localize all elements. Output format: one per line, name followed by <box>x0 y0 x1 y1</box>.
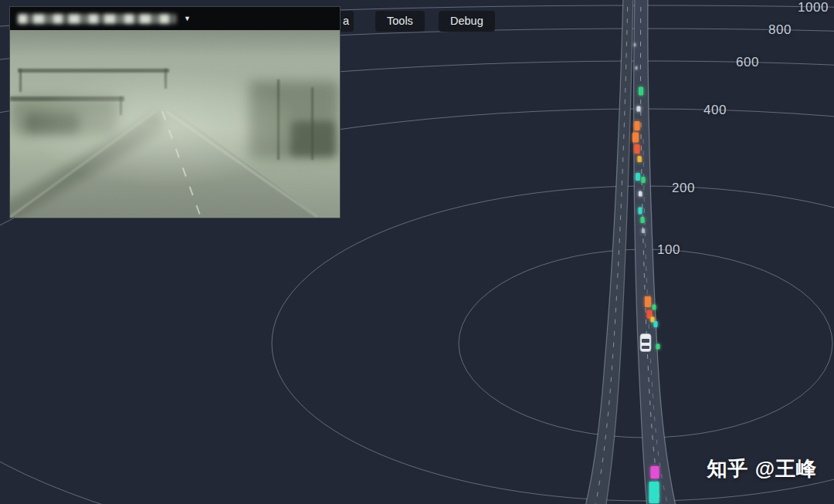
detected-object <box>642 177 646 183</box>
detected-object <box>635 121 640 130</box>
detected-object <box>654 321 658 327</box>
detected-object <box>639 191 642 197</box>
detected-object <box>636 173 640 181</box>
range-ring <box>272 186 834 501</box>
detected-object <box>649 482 659 503</box>
av-visualization-app: 1002004006008001000 a Tools Debug ▼ <box>0 0 834 504</box>
detected-object <box>639 208 642 215</box>
detected-object <box>634 43 636 47</box>
detected-object <box>641 217 645 223</box>
detected-object <box>645 296 651 307</box>
camera-title-redacted <box>18 14 176 24</box>
detected-object <box>651 317 655 323</box>
camera-panel: ▼ <box>9 6 341 218</box>
tab-debug[interactable]: Debug <box>439 11 495 32</box>
detected-object <box>651 466 659 479</box>
camera-feed-image <box>10 30 340 218</box>
tab-tools[interactable]: Tools <box>375 11 425 32</box>
detected-object <box>635 144 640 154</box>
detected-object <box>636 66 638 70</box>
detected-object <box>642 228 645 233</box>
ego-windshield <box>642 339 649 343</box>
detected-object <box>638 156 642 162</box>
detected-object <box>639 87 643 96</box>
camera-fog-overlay <box>10 30 340 218</box>
camera-titlebar[interactable]: ▼ <box>10 7 340 30</box>
ego-vehicle <box>640 334 651 352</box>
ego-rear-window <box>642 346 649 349</box>
detected-object <box>653 305 656 310</box>
detected-object <box>637 107 641 112</box>
main-road-surface <box>634 0 676 504</box>
detected-object <box>632 133 639 143</box>
dropdown-caret-icon[interactable]: ▼ <box>184 15 191 22</box>
detected-object <box>656 344 660 350</box>
watermark: 知乎 @王峰 <box>707 455 817 482</box>
